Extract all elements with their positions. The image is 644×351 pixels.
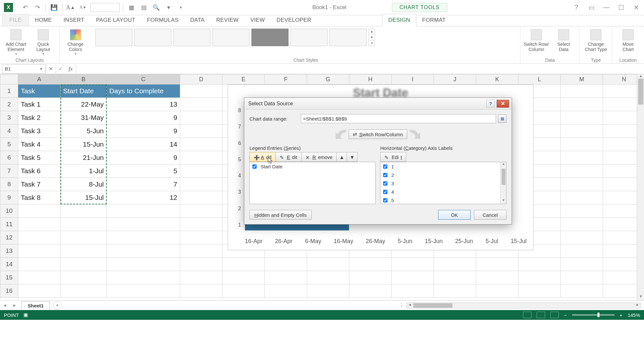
cell-M4[interactable] (561, 124, 603, 138)
cell-B5[interactable]: 15-Jun (60, 138, 107, 151)
dialog-help-button[interactable]: ? (486, 100, 495, 108)
col-header-I[interactable]: I (392, 74, 434, 84)
scrollbar-thumb[interactable] (638, 79, 643, 105)
ok-button[interactable]: OK (438, 210, 471, 220)
tab-formulas[interactable]: FORMULAS (141, 14, 184, 26)
cell-B4[interactable]: 5-Jun (60, 124, 107, 138)
vertical-scrollbar[interactable]: ▲ ▼ (637, 74, 644, 300)
chart-style-3[interactable] (173, 29, 210, 46)
row-header-1[interactable]: 1 (0, 84, 18, 98)
cell-G14[interactable] (307, 258, 349, 271)
cell-I14[interactable] (392, 258, 434, 271)
cell-D15[interactable] (180, 271, 222, 284)
cell-H15[interactable] (349, 271, 392, 284)
tab-split-handle[interactable]: ⋮ (399, 302, 403, 308)
col-header-F[interactable]: F (265, 74, 307, 84)
cell-F16[interactable] (265, 284, 307, 298)
cell-D14[interactable] (180, 258, 222, 271)
view-page-break-button[interactable] (550, 312, 559, 318)
cell-A4[interactable]: Task 3 (18, 124, 60, 138)
cancel-button[interactable]: Cancel (474, 210, 506, 220)
cell-D13[interactable] (180, 244, 222, 258)
cell-M15[interactable] (561, 271, 603, 284)
cell-A7[interactable]: Task 6 (18, 164, 60, 178)
cell-A12[interactable] (18, 231, 60, 244)
tab-page-layout[interactable]: PAGE LAYOUT (90, 14, 141, 26)
sheet-tab-sheet1[interactable]: Sheet1 (21, 301, 50, 310)
row-header-15[interactable]: 15 (0, 271, 18, 284)
font-shrink-button[interactable]: A▼ (77, 2, 88, 13)
cell-D9[interactable] (180, 191, 222, 204)
cell-J16[interactable] (434, 284, 476, 298)
cell-A6[interactable]: Task 5 (18, 151, 60, 164)
font-name-box[interactable] (90, 3, 120, 12)
enter-formula-button[interactable]: ✓ (56, 64, 65, 73)
save-button[interactable]: 💾 (48, 2, 60, 13)
col-header-D[interactable]: D (180, 74, 222, 84)
cell-C4[interactable]: 9 (107, 124, 180, 138)
col-header-B[interactable]: B (60, 74, 107, 84)
col-header-G[interactable]: G (307, 74, 349, 84)
cell-D12[interactable] (180, 231, 222, 244)
chart-style-5[interactable] (251, 29, 288, 46)
cell-D6[interactable] (180, 151, 222, 164)
cell-J14[interactable] (434, 258, 476, 271)
chart-style-7[interactable] (329, 29, 367, 46)
move-up-button[interactable]: ▲ (336, 152, 347, 162)
cell-C5[interactable]: 14 (107, 138, 180, 151)
cell-I15[interactable] (392, 271, 434, 284)
col-header-L[interactable]: L (518, 74, 561, 84)
formula-input[interactable] (76, 64, 644, 73)
cell-K15[interactable] (476, 271, 518, 284)
qat-btn-4[interactable]: ▾ (163, 2, 174, 13)
category-checkbox[interactable] (383, 181, 387, 186)
row-header-6[interactable]: 6 (0, 151, 18, 164)
cell-A13[interactable] (18, 244, 60, 258)
cancel-formula-button[interactable]: ✕ (46, 64, 56, 73)
row-header-3[interactable]: 3 (0, 111, 18, 124)
cell-C9[interactable]: 12 (107, 191, 180, 204)
cell-D4[interactable] (180, 124, 222, 138)
row-header-13[interactable]: 13 (0, 244, 18, 258)
cell-M5[interactable] (561, 138, 603, 151)
category-checkbox[interactable] (383, 198, 387, 202)
fx-icon[interactable]: fx (69, 66, 73, 72)
cell-M12[interactable] (561, 231, 603, 244)
row-header-16[interactable]: 16 (0, 284, 18, 298)
dialog-titlebar[interactable]: Select Data Source ? ✕ (244, 98, 512, 110)
ribbon-options-button[interactable]: ▭ (587, 4, 595, 11)
cell-B15[interactable] (60, 271, 107, 284)
quick-layout-button[interactable]: Quick Layout▾ (31, 29, 56, 56)
cell-D16[interactable] (180, 284, 222, 298)
cell-M9[interactable] (561, 191, 603, 204)
cell-M11[interactable] (561, 218, 603, 231)
cell-C16[interactable] (107, 284, 180, 298)
cell-D3[interactable] (180, 111, 222, 124)
tab-data[interactable]: DATA (184, 14, 210, 26)
cell-A8[interactable]: Task 7 (18, 178, 60, 191)
cell-M1[interactable] (561, 84, 603, 98)
cell-C12[interactable] (107, 231, 180, 244)
row-header-12[interactable]: 12 (0, 231, 18, 244)
chart-style-1[interactable] (95, 29, 132, 46)
cell-C2[interactable]: 13 (107, 98, 180, 111)
add-chart-element-button[interactable]: Add Chart Element▾ (3, 29, 29, 56)
cell-B14[interactable] (60, 258, 107, 271)
cell-A1[interactable]: Task (18, 84, 60, 98)
cell-B6[interactable]: 21-Jun (60, 151, 107, 164)
row-header-10[interactable]: 10 (0, 204, 18, 218)
category-checkbox[interactable] (383, 173, 387, 177)
cell-B12[interactable] (60, 231, 107, 244)
cell-D11[interactable] (180, 218, 222, 231)
category-list[interactable]: 12345▲▼ (380, 162, 506, 204)
category-item[interactable]: 1 (381, 162, 506, 171)
chart-data-range-input[interactable]: =Sheet1!$B$1:$B$9 (301, 114, 496, 123)
row-header-7[interactable]: 7 (0, 164, 18, 178)
cell-B10[interactable] (60, 204, 107, 218)
cell-B8[interactable]: 8-Jul (60, 178, 107, 191)
cell-A15[interactable] (18, 271, 60, 284)
zoom-level[interactable]: 145% (628, 312, 640, 318)
maximize-button[interactable]: ☐ (617, 4, 625, 11)
qat-more[interactable]: ▾ (175, 2, 186, 13)
row-header-4[interactable]: 4 (0, 124, 18, 138)
